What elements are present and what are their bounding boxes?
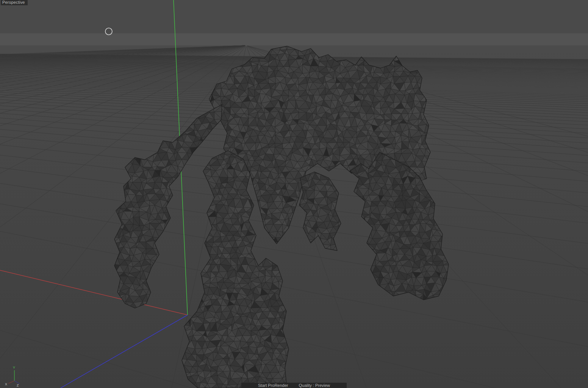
gizmo-x-label: X xyxy=(5,382,7,386)
scene-canvas[interactable] xyxy=(0,0,588,388)
status-bar: Start ProRender Quality : Preview xyxy=(241,383,347,388)
gizmo-y-label: Y xyxy=(13,366,15,369)
sky xyxy=(0,0,588,33)
gizmo-z-label: Z xyxy=(17,383,19,387)
horizon-band xyxy=(0,33,588,45)
view-label: Perspective xyxy=(1,0,28,5)
status-render-hint: Start ProRender xyxy=(258,383,288,388)
axis-gizmo: Y X Z xyxy=(4,364,23,387)
gizmo-x-axis xyxy=(8,381,14,383)
status-quality: Quality : Preview xyxy=(299,383,330,388)
viewport-perspective[interactable]: Perspective Y X Z Start ProRender Qualit… xyxy=(0,0,588,388)
